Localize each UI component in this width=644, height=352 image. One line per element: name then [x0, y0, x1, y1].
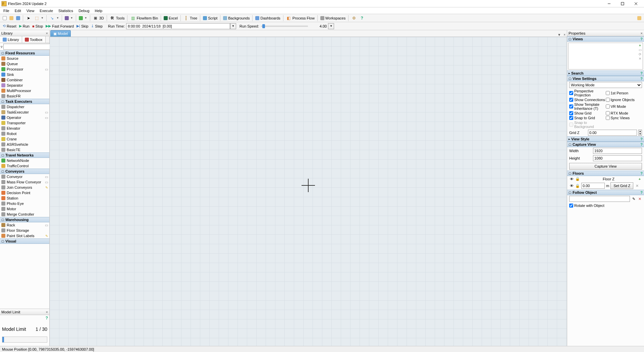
tab-model[interactable]: ▣ Model	[50, 30, 71, 37]
check-ignore-objects[interactable]	[606, 98, 610, 102]
lib-item[interactable]: Join Conveyors✎	[0, 185, 49, 190]
processflow-button[interactable]: ◧Process Flow	[285, 15, 316, 21]
check--st-person[interactable]	[606, 91, 610, 95]
lib-group[interactable]: ▢Fixed Resources	[0, 50, 49, 56]
check-vr-mode[interactable]	[606, 104, 610, 108]
check-sync-views[interactable]	[606, 116, 610, 120]
create-tool[interactable]: ⬚▼	[33, 15, 45, 21]
runtime-dropdown[interactable]: ▼	[230, 23, 236, 29]
lib-item[interactable]: BasicFR	[0, 93, 49, 99]
lib-item[interactable]: Queue	[0, 61, 49, 67]
capture-width-input[interactable]	[593, 148, 642, 154]
help-icon[interactable]: ?	[640, 37, 643, 41]
section-floors[interactable]: ▢Floors?	[567, 171, 644, 176]
lib-item[interactable]: TrafficControl	[0, 163, 49, 169]
section-captureview[interactable]: ▢Capture View?	[567, 142, 644, 147]
delete-view-icon[interactable]: ✕	[639, 57, 641, 60]
section-followobject[interactable]: ▢Follow Object?	[567, 190, 644, 195]
pin-button[interactable]	[636, 15, 643, 21]
menu-help[interactable]: Help	[92, 8, 105, 13]
run-button[interactable]: ▶Run	[18, 23, 31, 30]
filter-icon[interactable]: ▿	[1, 45, 3, 49]
gridz-input[interactable]	[588, 130, 637, 136]
section-viewsettings[interactable]: ▢View Settings?	[567, 76, 644, 81]
help-icon[interactable]: ?	[640, 137, 643, 141]
rotate-with-object-check[interactable]	[569, 204, 573, 208]
section-search[interactable]: ▸Search?	[567, 71, 644, 76]
workspaces-button[interactable]: Workspaces	[319, 15, 347, 21]
help-icon[interactable]: ?	[640, 71, 643, 75]
set-gridz-button[interactable]: Set Grid Z	[610, 182, 633, 189]
lib-group[interactable]: ▢Warehousing	[0, 217, 49, 222]
labels-tool[interactable]: ▼	[77, 15, 89, 21]
minimize-button[interactable]	[602, 0, 616, 7]
properties-close-icon[interactable]: ×	[641, 31, 643, 35]
modellimit-close-icon[interactable]: ×	[46, 310, 48, 314]
lib-item[interactable]: Transporter	[0, 120, 49, 126]
lock-icon[interactable]: 🔒	[575, 184, 580, 188]
menu-view[interactable]: View	[24, 8, 37, 13]
skip-button[interactable]: ▶|Skip	[75, 23, 90, 30]
3d-canvas[interactable]	[50, 37, 567, 346]
fastforward-button[interactable]: ▶▶Fast Forward	[44, 23, 75, 30]
tab-close[interactable]: ×	[562, 33, 567, 37]
lib-item[interactable]: Paint Slot Labels✎	[0, 233, 49, 238]
save-button[interactable]	[15, 15, 21, 21]
library-filter-input[interactable]	[3, 44, 52, 50]
lock-icon[interactable]: 🔒	[575, 177, 580, 181]
runspeed-dropdown[interactable]: ▼	[328, 23, 334, 29]
lib-item[interactable]: Merge Controller	[0, 212, 49, 217]
shapes-tool[interactable]: ▼	[63, 15, 74, 21]
check-rtx-mode[interactable]	[606, 111, 610, 115]
step-button[interactable]: ⤓Step	[90, 23, 104, 30]
lib-item[interactable]: Operator▭	[0, 115, 49, 120]
tools-button[interactable]: 🛠Tools	[108, 15, 126, 21]
maximize-button[interactable]	[616, 0, 629, 7]
lib-group[interactable]: ▢Travel Networks	[0, 152, 49, 158]
stop-button[interactable]: ■Stop	[31, 23, 44, 30]
working-mode-select[interactable]: Working Mode	[569, 82, 642, 88]
lib-group[interactable]: ▢Visual	[0, 238, 49, 244]
lib-item[interactable]: Dispatcher	[0, 104, 49, 109]
tab-library[interactable]: Library	[0, 36, 22, 43]
connect-tool[interactable]: ↘▼	[48, 15, 60, 21]
modellimit-help-icon[interactable]: ?	[46, 316, 48, 320]
lib-item[interactable]: Separator	[0, 83, 49, 88]
help-button[interactable]: ?	[358, 15, 366, 21]
floor-value-input[interactable]	[581, 183, 605, 189]
lib-item[interactable]: Robot	[0, 131, 49, 136]
menu-file[interactable]: File	[1, 8, 12, 13]
lib-item[interactable]: Crane	[0, 136, 49, 142]
pointer-tool[interactable]: ➤	[24, 15, 33, 21]
settings-gear[interactable]: ⚙	[350, 15, 358, 21]
lib-item[interactable]: Rack▭	[0, 222, 49, 228]
check-show-connections[interactable]	[569, 98, 573, 102]
eye-icon[interactable]: 👁	[569, 177, 574, 181]
script-button[interactable]: Script	[202, 15, 219, 21]
lib-item[interactable]: Combiner	[0, 77, 49, 83]
gridz-spinner[interactable]: ▲▼	[638, 130, 642, 136]
check-perspective-projection[interactable]	[569, 91, 573, 95]
section-viewstyle[interactable]: ▸View Style?	[567, 136, 644, 142]
delete-floor-icon[interactable]: ✕	[635, 184, 639, 188]
lib-item[interactable]: Photo Eye	[0, 201, 49, 206]
excel-button[interactable]: Excel	[162, 15, 179, 21]
add-floor-icon[interactable]: +	[637, 177, 642, 181]
lib-item[interactable]: Mass Flow Conveyor▭	[0, 179, 49, 185]
lib-item[interactable]: NetworkNode	[0, 158, 49, 163]
runtime-input[interactable]	[126, 23, 230, 29]
capture-height-input[interactable]	[593, 155, 642, 161]
tab-toolbox[interactable]: Toolbox	[22, 36, 46, 43]
new-button[interactable]	[1, 15, 8, 21]
3d-button[interactable]: ▣3D	[92, 15, 105, 21]
menu-execute[interactable]: Execute	[37, 8, 56, 13]
lib-group[interactable]: ▢Task Executers	[0, 99, 49, 104]
menu-edit[interactable]: Edit	[12, 8, 24, 13]
check-snap-to-grid[interactable]	[569, 116, 573, 120]
dashboards-button[interactable]: Dashboards	[254, 15, 281, 21]
lib-group[interactable]: ▢Conveyors	[0, 169, 49, 174]
section-views[interactable]: ▢Views?	[567, 36, 644, 42]
backgrounds-button[interactable]: Backgrounds	[222, 15, 251, 21]
lib-item[interactable]: Processor▭	[0, 67, 49, 72]
lib-item[interactable]: Source	[0, 56, 49, 61]
